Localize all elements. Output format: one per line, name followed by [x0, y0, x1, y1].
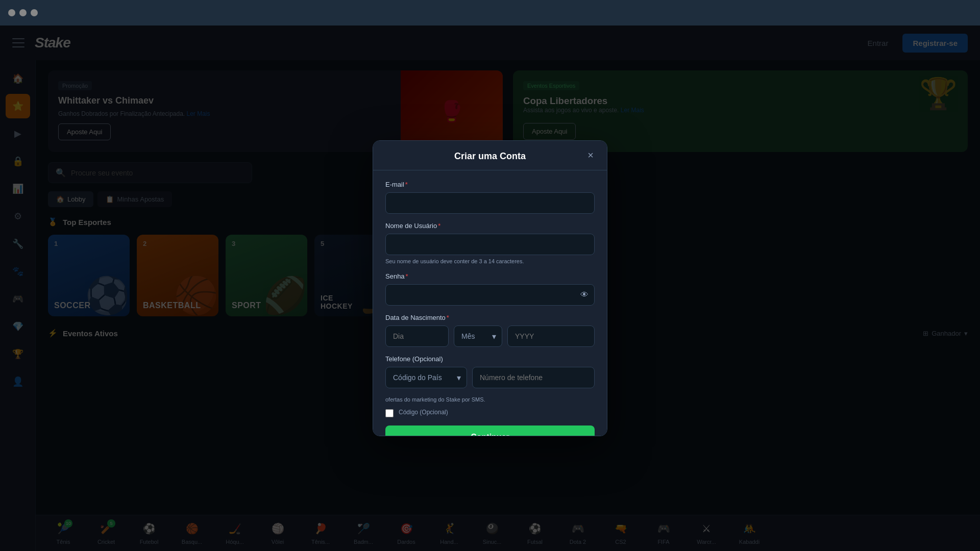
modal-overlay: Criar uma Conta × E-mail* Nome de Usuári… [0, 26, 980, 551]
app-container: Stake Entrar Registrar-se 🏠 ⭐ ▶ 🔒 📊 ⚙ 🔧 … [0, 26, 980, 551]
dob-group: Data de Nascimento* Mês JaneiroFevereiro… [385, 314, 595, 347]
promo-code-row: Código (Opcional) [385, 409, 595, 417]
phone-country-select[interactable]: Código do País +55 Brasil +1 EUA [385, 367, 467, 388]
password-toggle-icon[interactable]: 👁 [580, 290, 589, 299]
username-group: Nome de Usuário* Seu nome de usuário dev… [385, 222, 595, 264]
browser-chrome [0, 0, 980, 26]
username-label: Nome de Usuário* [385, 222, 595, 230]
modal-body: E-mail* Nome de Usuário* Seu nome de usu… [373, 170, 607, 436]
continue-button[interactable]: Continuar [385, 425, 595, 436]
username-input[interactable] [385, 234, 595, 255]
phone-inputs: Código do País +55 Brasil +1 EUA ▾ [385, 367, 595, 388]
password-group: Senha* 👁 [385, 272, 595, 306]
promo-code-checkbox[interactable] [385, 409, 394, 417]
modal-header: Criar uma Conta × [373, 141, 607, 170]
phone-group: Telefone (Opcional) Código do País +55 B… [385, 355, 595, 388]
browser-dot-3 [31, 9, 38, 16]
username-hint: Seu nome de usuário deve conter de 3 a 1… [385, 258, 595, 264]
email-label: E-mail* [385, 181, 595, 188]
dob-inputs: Mês JaneiroFevereiroMarço AbrilMaioJunho… [385, 325, 595, 347]
password-input[interactable] [385, 284, 595, 306]
browser-dot-2 [19, 9, 27, 16]
promo-code-label: Código (Opcional) [399, 409, 448, 416]
dob-day-input[interactable] [385, 325, 449, 347]
modal-title: Criar uma Conta [385, 151, 595, 162]
browser-dot-1 [8, 9, 15, 16]
dob-month-select[interactable]: Mês JaneiroFevereiroMarço AbrilMaioJunho… [454, 325, 502, 347]
dob-year-input[interactable] [507, 325, 595, 347]
email-group: E-mail* [385, 181, 595, 214]
registration-modal: Criar uma Conta × E-mail* Nome de Usuári… [373, 140, 607, 436]
password-input-wrapper: 👁 [385, 284, 595, 306]
phone-country-wrapper: Código do País +55 Brasil +1 EUA ▾ [385, 367, 467, 388]
phone-number-input[interactable] [472, 367, 595, 388]
phone-label: Telefone (Opcional) [385, 355, 595, 363]
dob-month-wrapper: Mês JaneiroFevereiroMarço AbrilMaioJunho… [454, 325, 502, 347]
sms-notice: ofertas do marketing do Stake por SMS. [385, 396, 595, 403]
email-input[interactable] [385, 192, 595, 214]
modal-close-button[interactable]: × [583, 148, 598, 163]
password-label: Senha* [385, 272, 595, 280]
dob-label: Data de Nascimento* [385, 314, 595, 321]
